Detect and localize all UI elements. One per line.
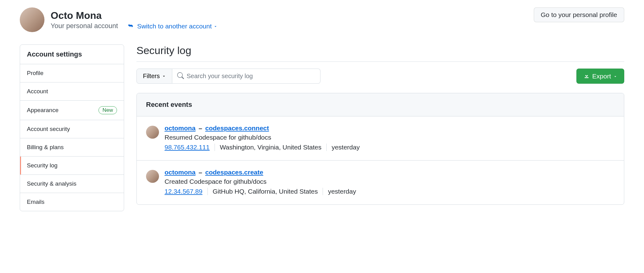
export-button[interactable]: Export (576, 69, 624, 84)
page-title: Security log (136, 44, 624, 57)
settings-sidebar: Account settings ProfileAccountAppearanc… (20, 44, 124, 211)
event-ip-link[interactable]: 12.34.567.89 (165, 188, 203, 195)
divider (136, 61, 624, 62)
avatar[interactable] (20, 7, 44, 32)
page-header: Octo Mona Your personal account Switch t… (20, 7, 624, 32)
sidebar-item-label: Appearance (27, 107, 58, 114)
sidebar-item-label: Billing & plans (27, 144, 64, 151)
sidebar-item-appearance[interactable]: AppearanceNew (20, 101, 124, 120)
event-title: octomona – codespaces.create (165, 169, 615, 176)
main-content: Security log Filters (136, 44, 624, 205)
download-icon (583, 72, 590, 80)
event-description: Created Codespace for github/docs (165, 178, 615, 185)
event-row: octomona – codespaces.connectResumed Cod… (137, 116, 624, 161)
sidebar-item-account-security[interactable]: Account security (20, 120, 124, 138)
sidebar-heading: Account settings (20, 45, 124, 64)
events-header: Recent events (137, 93, 624, 116)
event-actor-link[interactable]: octomona (165, 169, 195, 176)
event-action-link[interactable]: codespaces.create (205, 169, 263, 176)
event-body: octomona – codespaces.createCreated Code… (165, 169, 615, 195)
switch-account-link[interactable]: Switch to another account (137, 23, 217, 30)
badge-new: New (98, 106, 117, 114)
event-body: octomona – codespaces.connectResumed Cod… (165, 124, 615, 151)
sidebar-item-label: Security log (27, 162, 57, 169)
go-to-profile-button[interactable]: Go to your personal profile (534, 7, 624, 22)
sidebar-item-billing-plans[interactable]: Billing & plans (20, 138, 124, 157)
event-action-link[interactable]: codespaces.connect (205, 124, 269, 132)
toolbar: Filters E (136, 69, 624, 84)
event-ip-link[interactable]: 98.765.432.111 (165, 144, 210, 151)
chevron-down-icon (214, 23, 217, 30)
avatar[interactable] (146, 126, 159, 139)
sidebar-item-emails[interactable]: Emails (20, 193, 124, 211)
filters-label: Filters (143, 73, 160, 80)
separator: – (195, 124, 205, 132)
event-location: GitHub HQ, California, United States (213, 188, 318, 195)
event-meta: 98.765.432.111Washington, Virginia, Unit… (165, 144, 615, 151)
event-row: octomona – codespaces.createCreated Code… (137, 161, 624, 204)
event-meta: 12.34.567.89GitHub HQ, California, Unite… (165, 188, 615, 195)
chevron-down-icon (613, 73, 617, 80)
divider (207, 188, 208, 195)
sidebar-item-profile[interactable]: Profile (20, 64, 124, 82)
events-panel: Recent events octomona – codespaces.conn… (136, 93, 624, 205)
export-label: Export (592, 73, 611, 80)
search-wrap (172, 69, 320, 84)
sidebar-item-account[interactable]: Account (20, 82, 124, 101)
event-description: Resumed Codespace for github/docs (165, 134, 615, 141)
sidebar-item-label: Emails (27, 199, 44, 205)
event-title: octomona – codespaces.connect (165, 124, 615, 132)
search-input[interactable] (184, 69, 315, 83)
avatar[interactable] (146, 170, 159, 183)
divider (323, 188, 323, 195)
event-location: Washington, Virginia, United States (220, 144, 321, 151)
sidebar-item-security-log[interactable]: Security log (20, 157, 124, 175)
event-time: yesterday (328, 188, 356, 195)
account-name: Octo Mona (51, 10, 118, 21)
sidebar-item-security-analysis[interactable]: Security & analysis (20, 175, 124, 193)
switch-icon (127, 22, 134, 30)
search-icon (177, 72, 184, 80)
sidebar-item-label: Security & analysis (27, 180, 77, 187)
switch-account-label: Switch to another account (137, 23, 212, 30)
event-time: yesterday (332, 144, 360, 151)
filters-button[interactable]: Filters (136, 69, 172, 84)
account-subtitle: Your personal account (51, 22, 118, 30)
divider (326, 144, 327, 151)
go-to-profile-label: Go to your personal profile (541, 11, 617, 19)
separator: – (195, 169, 205, 176)
divider (215, 144, 215, 151)
event-actor-link[interactable]: octomona (165, 124, 195, 132)
sidebar-item-label: Account security (27, 126, 70, 132)
sidebar-item-label: Account (27, 88, 48, 95)
sidebar-item-label: Profile (27, 70, 44, 77)
chevron-down-icon (162, 73, 166, 80)
